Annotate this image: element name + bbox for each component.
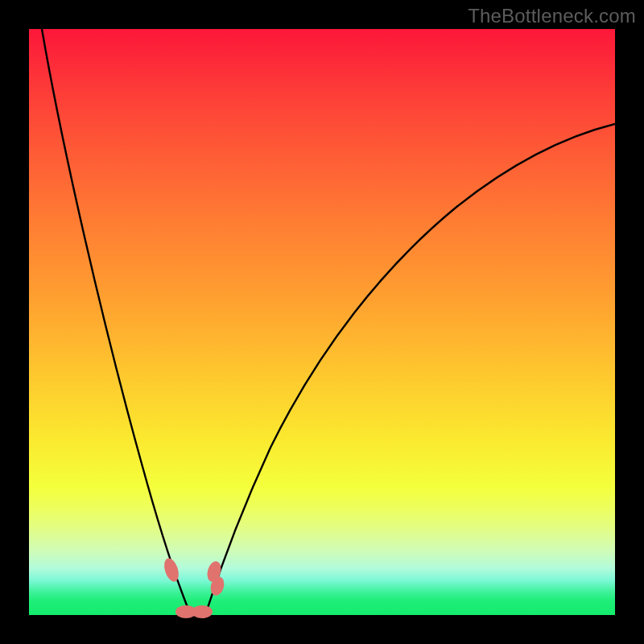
left-curve xyxy=(42,29,191,615)
chart-frame: TheBottleneck.com xyxy=(0,0,644,644)
right-curve xyxy=(205,124,615,615)
plot-area xyxy=(29,29,615,615)
curves-svg xyxy=(29,29,615,615)
valley-right-marker xyxy=(192,605,213,618)
left-marker xyxy=(162,556,181,583)
watermark-text: TheBottleneck.com xyxy=(468,5,636,27)
